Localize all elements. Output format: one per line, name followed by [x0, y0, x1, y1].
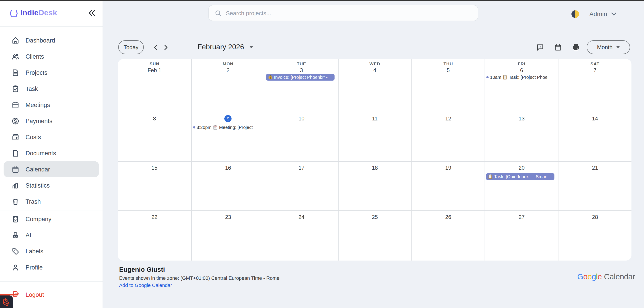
- day-number[interactable]: 11: [338, 115, 411, 122]
- day-number[interactable]: 4: [338, 67, 411, 74]
- day-number[interactable]: 19: [412, 164, 485, 171]
- calendar-day-23[interactable]: 23: [191, 210, 265, 260]
- calendar-day-16[interactable]: 16: [191, 161, 265, 210]
- clipboard-icon: [503, 75, 508, 80]
- calendar-day-14[interactable]: 14: [558, 112, 632, 161]
- event-timed[interactable]: 3:20pmMeeting: [Project: [193, 124, 265, 130]
- users-icon: [12, 52, 19, 60]
- calendar-day-3[interactable]: TUE3$Invoice: [Project Phoenix" -: [264, 59, 338, 112]
- view-selector-month[interactable]: Month: [587, 40, 630, 54]
- sidebar-item-projects[interactable]: Projects: [0, 64, 102, 80]
- calendar-day-27[interactable]: 27: [485, 210, 558, 260]
- svg-text:$: $: [270, 76, 271, 79]
- day-number[interactable]: 20: [485, 164, 558, 171]
- calendar-view-button[interactable]: [554, 44, 562, 52]
- sidebar-item-company[interactable]: Company: [0, 211, 102, 227]
- calendar-day-4[interactable]: WED4: [338, 59, 411, 112]
- sidebar-item-label: Calendar: [26, 166, 50, 172]
- day-number[interactable]: Feb 1: [118, 67, 191, 74]
- calendar-day-2[interactable]: MON2: [191, 59, 265, 112]
- calendar-day-17[interactable]: 17: [264, 161, 338, 210]
- calendar-day-19[interactable]: 19: [411, 161, 485, 210]
- day-number[interactable]: 22: [118, 213, 191, 220]
- calendar-day-9[interactable]: 93:20pmMeeting: [Project: [191, 112, 265, 161]
- day-number[interactable]: 15: [118, 164, 191, 171]
- prev-month-button[interactable]: [152, 44, 159, 51]
- day-number[interactable]: 24: [265, 213, 338, 220]
- calendar-day-11[interactable]: 11: [338, 112, 411, 161]
- day-number[interactable]: 14: [558, 115, 632, 122]
- day-number[interactable]: 28: [558, 213, 632, 220]
- calendar-day-28[interactable]: 28: [558, 210, 632, 260]
- search-input[interactable]: [225, 9, 472, 17]
- calendar-day-20[interactable]: 20Task: [QuietInbox — Smart: [485, 161, 558, 210]
- laravel-logo-icon: [2, 297, 11, 306]
- event-timed[interactable]: 10amTask: [Project Phoe: [486, 74, 558, 80]
- sidebar-item-dashboard[interactable]: Dashboard: [0, 32, 102, 48]
- day-number[interactable]: 7: [558, 67, 632, 74]
- calendar-day-12[interactable]: 12: [411, 112, 485, 161]
- calendar-day-26[interactable]: 26: [411, 210, 485, 260]
- calendar-day-7[interactable]: SAT7: [558, 59, 632, 112]
- day-number[interactable]: 27: [485, 213, 558, 220]
- day-number[interactable]: 6: [485, 67, 558, 74]
- calendar-day-21[interactable]: 21: [558, 161, 632, 210]
- day-number-today[interactable]: 9: [192, 115, 265, 122]
- day-number[interactable]: 25: [338, 213, 411, 220]
- sidebar-collapse-button[interactable]: [87, 8, 97, 18]
- theme-toggle-moon-icon[interactable]: [572, 10, 579, 18]
- day-number[interactable]: 26: [412, 213, 485, 220]
- sidebar-item-clients[interactable]: Clients: [0, 48, 102, 64]
- calendar-day-22[interactable]: 22: [118, 210, 191, 260]
- brand-brackets-icon: ⟨_⟩: [10, 9, 18, 17]
- day-number[interactable]: 23: [192, 213, 265, 220]
- sidebar-item-task[interactable]: Task: [0, 80, 102, 97]
- sidebar-item-profile[interactable]: Profile: [0, 259, 102, 275]
- print-button[interactable]: [572, 44, 580, 52]
- day-number[interactable]: 3: [265, 67, 338, 74]
- day-number[interactable]: 10: [265, 115, 338, 122]
- tag-icon: [12, 247, 19, 255]
- sidebar-item-calendar[interactable]: Calendar: [4, 161, 99, 177]
- sidebar-item-ai[interactable]: AI: [0, 227, 102, 243]
- day-number[interactable]: 5: [412, 67, 485, 74]
- calendar-day-18[interactable]: 18: [338, 161, 411, 210]
- calendar-day-5[interactable]: THU5: [411, 59, 485, 112]
- user-menu[interactable]: Admin: [589, 10, 616, 18]
- day-number[interactable]: 2: [192, 67, 265, 74]
- calendar-day-6[interactable]: FRI610amTask: [Project Phoe: [485, 59, 558, 112]
- weekday-label: TUE: [265, 61, 338, 66]
- event-allday[interactable]: $Invoice: [Project Phoenix" -: [266, 74, 334, 80]
- day-number[interactable]: 17: [265, 164, 338, 171]
- sidebar-item-documents[interactable]: Documents: [0, 145, 102, 161]
- event-allday[interactable]: Task: [QuietInbox — Smart: [486, 173, 555, 180]
- calendar-title-dropdown[interactable]: February 2026: [198, 43, 253, 51]
- today-button[interactable]: Today: [118, 40, 144, 54]
- calendar-day-15[interactable]: 15: [118, 161, 191, 210]
- sidebar-item-statistics[interactable]: Statistics: [0, 177, 102, 194]
- day-number[interactable]: 12: [412, 115, 485, 122]
- day-number[interactable]: 16: [192, 164, 265, 171]
- calendar-day-25[interactable]: 25: [338, 210, 411, 260]
- day-number[interactable]: 8: [118, 115, 191, 122]
- calendar-month-grid: SUNFeb 1MON2TUE3$Invoice: [Project Phoen…: [118, 59, 632, 260]
- calendar-day-feb-1[interactable]: SUNFeb 1: [118, 59, 191, 112]
- laravel-debugbar-badge[interactable]: [0, 294, 18, 308]
- calendar-day-24[interactable]: 24: [264, 210, 338, 260]
- day-number[interactable]: 21: [558, 164, 632, 171]
- next-month-button[interactable]: [162, 44, 169, 51]
- sidebar-item-meetings[interactable]: Meetings: [0, 97, 102, 113]
- sidebar-item-label: Documents: [26, 150, 56, 156]
- day-number[interactable]: 13: [485, 115, 558, 122]
- feedback-button[interactable]: [536, 44, 544, 52]
- google-calendar-logo[interactable]: Google Calendar: [577, 272, 635, 282]
- add-to-google-calendar-link[interactable]: Add to Google Calendar: [119, 282, 172, 288]
- calendar-day-10[interactable]: 10: [264, 112, 338, 161]
- calendar-day-8[interactable]: 8: [118, 112, 191, 161]
- sidebar-item-payments[interactable]: Payments: [0, 113, 102, 129]
- sidebar-item-costs[interactable]: Costs: [0, 129, 102, 145]
- sidebar-item-labels[interactable]: Labels: [0, 243, 102, 259]
- day-number[interactable]: 18: [338, 164, 411, 171]
- calendar-day-13[interactable]: 13: [485, 112, 558, 161]
- sidebar-item-trash[interactable]: Trash: [0, 194, 102, 210]
